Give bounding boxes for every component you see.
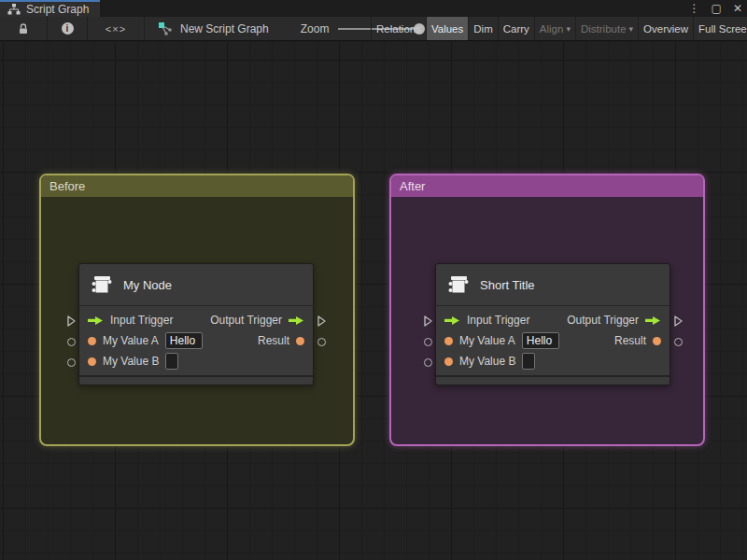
group-label: Before	[49, 179, 85, 193]
chevron-down-icon: ▾	[566, 24, 571, 34]
node-row-value-a: My Value A Result	[79, 330, 313, 351]
code-preview-button[interactable]: <×>	[88, 17, 144, 40]
value-port-circle-icon	[424, 358, 432, 367]
value-port-circle-icon	[67, 358, 76, 367]
value-input-port[interactable]	[420, 331, 435, 352]
flow-arrow-icon	[645, 315, 661, 326]
value-a-input[interactable]	[165, 332, 203, 349]
port-label: My Value A	[103, 334, 159, 347]
flow-arrow-icon	[444, 315, 460, 326]
node-title: My Node	[123, 278, 172, 292]
value-input-port[interactable]	[63, 352, 78, 372]
window-menu-icon[interactable]: ⋮	[689, 2, 700, 15]
flow-arrow-icon	[88, 315, 104, 326]
node-title: Short Title	[480, 278, 535, 292]
group-after-header[interactable]: After	[391, 175, 703, 197]
port-label: Input Trigger	[110, 314, 173, 327]
port-label: Output Trigger	[210, 314, 282, 327]
toolbar-right-group: Relations Values Dim Carry Align ▾ Distr…	[371, 17, 747, 40]
graph-asset-label[interactable]: New Script Graph	[180, 22, 269, 35]
overview-button[interactable]: Overview	[638, 17, 693, 40]
output-flow-port[interactable]	[670, 311, 685, 331]
node-header[interactable]: My Node	[79, 264, 313, 306]
value-port-circle-icon	[674, 338, 683, 346]
relations-button[interactable]: Relations	[371, 17, 426, 40]
value-dot-icon	[653, 337, 661, 345]
input-flow-port[interactable]	[63, 311, 78, 331]
value-input-port[interactable]	[420, 352, 435, 372]
value-dot-icon	[88, 337, 96, 345]
flow-port-triangle-icon	[317, 315, 327, 328]
graph-toolbar: i <×> New Script Graph Zoom 1x Relations…	[0, 17, 747, 41]
value-dot-icon	[444, 337, 453, 345]
output-flow-port[interactable]	[314, 311, 329, 331]
port-label: Output Trigger	[567, 314, 639, 327]
value-port-circle-icon	[317, 338, 326, 346]
value-port-circle-icon	[424, 338, 432, 346]
value-dot-icon	[296, 337, 304, 345]
input-flow-port[interactable]	[420, 311, 435, 331]
value-port-circle-icon	[67, 338, 76, 346]
value-dot-icon	[88, 357, 96, 366]
port-label: Input Trigger	[467, 314, 529, 327]
graph-canvas[interactable]: Before After	[0, 42, 747, 560]
lock-button[interactable]	[0, 17, 47, 40]
info-button[interactable]: i	[48, 17, 87, 40]
node[interactable]: Short Title Input Trigger Output Trigger	[435, 263, 670, 385]
close-icon[interactable]: ✕	[733, 2, 742, 15]
port-label: My Value B	[459, 355, 515, 368]
script-graph-icon	[158, 21, 173, 35]
port-label: My Value B	[103, 355, 159, 368]
info-icon: i	[62, 22, 74, 35]
full-screen-button[interactable]: Full Screen	[693, 17, 747, 40]
flow-arrow-icon	[289, 315, 304, 326]
port-label: Result	[614, 334, 646, 347]
node[interactable]: My Node Input Trigger Output Trigger	[78, 263, 314, 385]
node-short-title: Short Title Input Trigger Output Trigger	[420, 263, 685, 390]
group-label: After	[400, 179, 425, 193]
maximize-icon[interactable]: ▢	[712, 2, 722, 15]
flow-port-triangle-icon	[423, 315, 433, 328]
node-footer	[79, 375, 313, 385]
value-b-input[interactable]	[522, 353, 535, 370]
window-controls: ⋮ ▢ ✕	[689, 0, 742, 17]
node-header[interactable]: Short Title	[436, 264, 669, 306]
dim-button[interactable]: Dim	[468, 17, 497, 40]
chevron-down-icon: ▾	[629, 24, 634, 34]
value-output-port[interactable]	[314, 331, 329, 352]
value-output-port[interactable]	[670, 331, 685, 352]
node-row-value-a: My Value A Result	[436, 330, 669, 351]
port-label: My Value A	[459, 334, 515, 347]
value-a-input[interactable]	[522, 332, 559, 349]
lock-icon	[17, 22, 30, 35]
node-row-value-b: My Value B	[436, 351, 669, 371]
carry-button[interactable]: Carry	[498, 17, 534, 40]
node-row-triggers: Input Trigger Output Trigger	[79, 310, 313, 330]
node-row-value-b: My Value B	[79, 351, 313, 371]
tab-label: Script Graph	[26, 3, 89, 16]
value-input-port[interactable]	[63, 331, 78, 352]
tab-script-graph[interactable]: Script Graph	[0, 0, 100, 17]
port-label: Result	[258, 334, 289, 347]
flow-port-triangle-icon	[66, 315, 77, 328]
values-button[interactable]: Values	[426, 17, 468, 40]
distribute-dropdown[interactable]: Distribute ▾	[575, 17, 638, 40]
zoom-label: Zoom	[301, 22, 330, 35]
value-b-input[interactable]	[165, 353, 178, 370]
code-icon: <×>	[106, 23, 126, 35]
tab-bar: Script Graph ⋮ ▢ ✕	[0, 0, 747, 17]
node-my-node: My Node Input Trigger Output Trigger	[63, 263, 329, 390]
unit-node-icon	[446, 273, 471, 297]
node-row-triggers: Input Trigger Output Trigger	[436, 310, 669, 330]
graph-hierarchy-icon	[7, 4, 21, 15]
graph-asset-button[interactable]	[145, 17, 180, 40]
node-footer	[436, 375, 669, 385]
node-body: Input Trigger Output Trigger My Value A …	[79, 306, 313, 375]
flow-port-triangle-icon	[673, 315, 684, 328]
group-before-header[interactable]: Before	[41, 175, 353, 197]
node-body: Input Trigger Output Trigger My Value A …	[436, 306, 669, 375]
unit-node-icon	[90, 273, 114, 297]
align-dropdown[interactable]: Align ▾	[534, 17, 575, 40]
value-dot-icon	[444, 357, 453, 366]
